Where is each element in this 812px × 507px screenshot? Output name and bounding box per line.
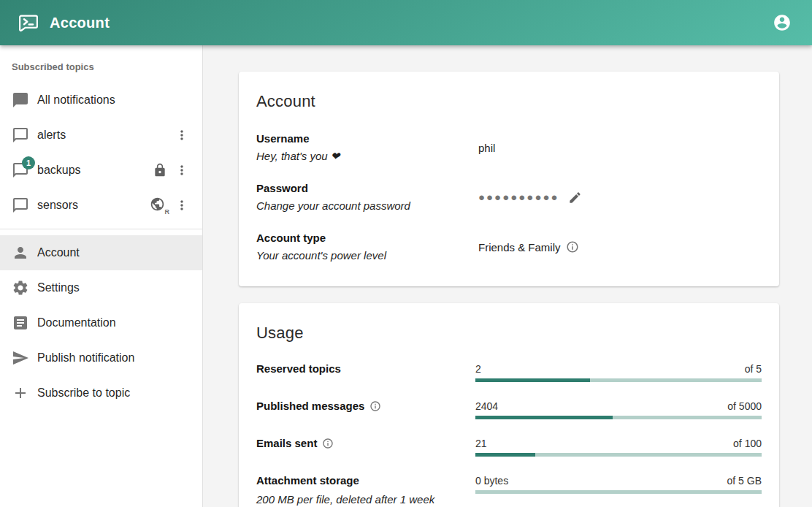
attachment-storage-row: Attachment storage 200 MB per file, dele… bbox=[256, 473, 762, 507]
reserved-topics-label: Reserved topics bbox=[256, 362, 475, 376]
account-menu-button[interactable] bbox=[768, 9, 796, 37]
meter-current: 2 bbox=[475, 362, 481, 376]
edit-password-button[interactable] bbox=[567, 189, 583, 206]
kebab-icon bbox=[175, 198, 189, 213]
chat-bubble-filled-icon bbox=[12, 91, 29, 109]
meter-current: 21 bbox=[475, 436, 487, 451]
progress-bar bbox=[475, 490, 762, 494]
pencil-icon bbox=[568, 191, 582, 205]
sidebar-item-documentation[interactable]: Documentation bbox=[0, 305, 202, 340]
published-messages-meter: 2404 of 5000 bbox=[475, 399, 762, 419]
reserved-marker-label: R bbox=[165, 208, 170, 216]
info-icon bbox=[369, 400, 381, 412]
sidebar: Subscribed topics All notifications aler… bbox=[0, 45, 203, 507]
topic-label: backups bbox=[37, 164, 153, 177]
nav-label: Settings bbox=[37, 281, 191, 294]
emails-sent-info-button[interactable] bbox=[322, 438, 334, 449]
published-messages-info-button[interactable] bbox=[369, 400, 381, 412]
account-type-info-button[interactable] bbox=[566, 240, 579, 254]
unread-count-badge: 1 bbox=[22, 156, 35, 169]
emails-sent-row: Emails sent 21 of 100 bbox=[256, 436, 762, 457]
published-messages-row: Published messages 2404 of 5000 bbox=[256, 399, 762, 419]
reserved-public-icon: R bbox=[150, 197, 167, 214]
progress-bar bbox=[475, 416, 762, 419]
ntfy-logo-icon bbox=[18, 12, 39, 34]
account-type-sublabel: Your account's power level bbox=[256, 247, 478, 264]
sidebar-item-sensors[interactable]: sensors R bbox=[0, 188, 202, 223]
published-messages-label: Published messages bbox=[256, 399, 364, 413]
person-icon bbox=[12, 244, 29, 262]
topic-label: alerts bbox=[37, 129, 173, 142]
chat-bubble-outline-icon bbox=[12, 197, 29, 214]
password-masked-value: ●●●●●●●●●● bbox=[478, 191, 559, 204]
attachment-storage-sublabel: 200 MB per file, deleted after 1 week bbox=[256, 491, 475, 507]
account-type-value: Friends & Family bbox=[478, 241, 561, 254]
sidebar-item-backups[interactable]: 1 backups bbox=[0, 153, 202, 188]
topic-menu-button[interactable] bbox=[173, 161, 191, 179]
topic-label: sensors bbox=[37, 199, 150, 212]
sidebar-item-account[interactable]: Account bbox=[0, 235, 202, 270]
attachment-storage-meter: 0 bytes of 5 GB bbox=[475, 473, 762, 494]
send-icon bbox=[12, 349, 29, 367]
reserved-topics-meter: 2 of 5 bbox=[475, 362, 762, 382]
account-card: Account Username Hey, that's you ❤ phil … bbox=[239, 72, 779, 286]
account-type-label: Account type bbox=[256, 229, 478, 247]
password-sublabel: Change your account password bbox=[256, 197, 478, 215]
lock-icon bbox=[153, 163, 167, 178]
meter-limit: of 5 bbox=[745, 362, 762, 376]
nav-label: Account bbox=[37, 246, 191, 259]
meter-limit: of 100 bbox=[733, 436, 762, 451]
nav-label: Publish notification bbox=[37, 351, 191, 365]
sidebar-item-publish-notification[interactable]: Publish notification bbox=[0, 340, 202, 376]
app-bar: Account bbox=[0, 0, 812, 45]
meter-limit: of 5 GB bbox=[727, 473, 762, 488]
kebab-icon bbox=[175, 163, 189, 178]
emails-sent-meter: 21 of 100 bbox=[475, 436, 762, 457]
chat-bubble-outline-icon bbox=[12, 126, 29, 144]
subscribed-topics-label: Subscribed topics bbox=[0, 56, 202, 83]
meter-limit: of 5000 bbox=[727, 399, 762, 413]
sidebar-item-alerts[interactable]: alerts bbox=[0, 118, 202, 153]
chat-bubble-outline-icon: 1 bbox=[12, 161, 29, 179]
username-row: Username Hey, that's you ❤ phil bbox=[256, 130, 762, 165]
usage-card: Usage Reserved topics 2 of 5 bbox=[239, 303, 779, 507]
info-icon bbox=[566, 240, 579, 254]
meter-current: 0 bytes bbox=[475, 473, 508, 488]
attachment-storage-label: Attachment storage bbox=[256, 473, 475, 488]
password-label: Password bbox=[256, 180, 478, 197]
page-title: Account bbox=[50, 15, 110, 31]
article-icon bbox=[12, 314, 29, 332]
nav-label: Subscribe to topic bbox=[37, 386, 191, 400]
topic-menu-button[interactable] bbox=[173, 126, 191, 144]
username-value: phil bbox=[478, 142, 495, 154]
progress-bar bbox=[475, 453, 762, 457]
nav-label: Documentation bbox=[37, 316, 191, 329]
plus-icon bbox=[12, 384, 29, 402]
username-label: Username bbox=[256, 130, 478, 148]
meter-current: 2404 bbox=[475, 399, 498, 413]
account-card-title: Account bbox=[256, 92, 762, 111]
kebab-icon bbox=[175, 128, 189, 142]
main-content: Account Username Hey, that's you ❤ phil … bbox=[203, 45, 812, 507]
username-sublabel: Hey, that's you ❤ bbox=[256, 148, 478, 165]
info-icon bbox=[322, 438, 334, 449]
account-type-row: Account type Your account's power level … bbox=[256, 229, 762, 264]
reserved-topics-row: Reserved topics 2 of 5 bbox=[256, 362, 762, 382]
sidebar-item-settings[interactable]: Settings bbox=[0, 270, 202, 305]
sidebar-item-all-notifications[interactable]: All notifications bbox=[0, 83, 202, 118]
progress-bar bbox=[475, 378, 762, 382]
topic-label: All notifications bbox=[37, 94, 191, 107]
usage-card-title: Usage bbox=[256, 324, 762, 343]
password-row: Password Change your account password ●●… bbox=[256, 180, 762, 215]
emails-sent-label: Emails sent bbox=[256, 436, 317, 451]
gear-icon bbox=[12, 279, 29, 297]
topic-menu-button[interactable] bbox=[173, 197, 191, 214]
sidebar-item-subscribe-to-topic[interactable]: Subscribe to topic bbox=[0, 376, 202, 411]
account-circle-icon bbox=[773, 13, 792, 32]
sidebar-divider bbox=[0, 229, 202, 229]
